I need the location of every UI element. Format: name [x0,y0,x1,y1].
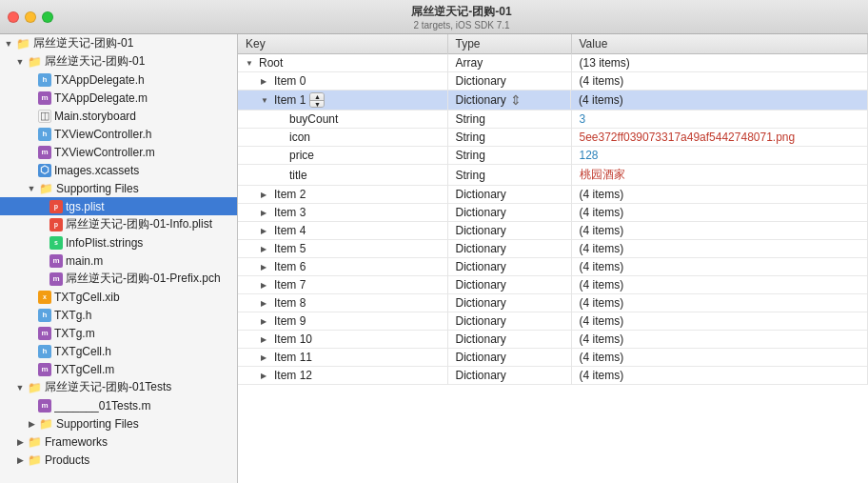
value-cell: (4 items) [571,204,868,222]
sidebar-item-label: 屌丝逆天记-团购-01 [33,35,133,51]
folder-icon [38,416,53,432]
key-cell: price [238,147,447,165]
stepper-down-button[interactable]: ▼ [310,101,324,108]
table-row[interactable]: Item 8 Dictionary (4 items) [238,294,868,312]
sidebar-item-tgs-plist[interactable]: tgs.plist [0,197,237,215]
close-button[interactable] [8,11,19,23]
row-key: Item 7 [274,278,306,292]
sidebar-item-products[interactable]: Products [0,451,237,469]
row-expand-icon[interactable] [261,281,272,290]
column-header-type: Type [447,34,571,54]
value-cell: (4 items) [571,91,868,111]
sidebar-item-sub-group[interactable]: 屌丝逆天记-团购-01 [0,52,237,70]
table-row[interactable]: Item 7 Dictionary (4 items) [238,276,868,294]
key-cell: Item 12 [238,367,447,385]
table-row[interactable]: Item 5 Dictionary (4 items) [238,240,868,258]
row-key: Item 1 [274,93,306,107]
sidebar-item-txtgcell-h[interactable]: TXTgCell.h [0,342,237,360]
key-cell: Item 10 [238,331,447,349]
key-cell: Item 0 [238,72,447,91]
sidebar-item-txviewcontroller-h[interactable]: TXViewController.h [0,125,237,143]
row-expand-icon[interactable] [261,335,272,344]
type-cell: Dictionary [447,367,571,385]
sidebar-item-txtgcell-xib[interactable]: TXTgCell.xib [0,288,237,306]
value-cell: (4 items) [571,258,868,276]
key-cell: Item 3 [238,204,447,222]
sidebar-item-supporting-files[interactable]: Supporting Files [0,179,237,197]
table-row[interactable]: Item 2 Dictionary (4 items) [238,186,868,204]
sidebar-item-label: TXAppDelegate.m [54,91,148,105]
sidebar-item-txtg-h[interactable]: TXTg.h [0,306,237,324]
sidebar-item-prefix-pch[interactable]: 屌丝逆天记-团购-01-Prefix.pch [0,270,237,288]
sidebar-item-tests-supporting[interactable]: Supporting Files [0,414,237,433]
table-row[interactable]: Item 10 Dictionary (4 items) [238,331,868,349]
value-cell: (4 items) [571,186,868,204]
table-row[interactable]: Item 0 Dictionary (4 items) [238,72,868,91]
key-cell: Item 11 [238,349,447,367]
plist-icon [49,218,63,231]
type-cell: String [447,165,571,186]
sidebar-item-tests-m[interactable]: _______01Tests.m [0,396,237,414]
row-expand-icon[interactable] [246,59,257,68]
table-row[interactable]: Item 9 Dictionary (4 items) [238,312,868,331]
folder-icon [27,380,42,395]
xib-icon [38,291,51,304]
row-expand-icon[interactable] [261,372,272,380]
table-row[interactable]: Item 12 Dictionary (4 items) [238,367,868,385]
plist-editor: Key Type Value Root Arra [238,34,868,483]
table-row[interactable]: title String 桃园酒家 [238,165,868,186]
table-row[interactable]: Item 1 ▲ ▼ Dictionary ⇕ (4 items) [238,91,868,111]
table-row[interactable]: price String 128 [238,147,868,165]
row-expand-icon[interactable] [261,263,272,272]
row-expand-icon[interactable] [261,353,272,362]
sidebar-item-txviewcontroller-m[interactable]: TXViewController.m [0,143,237,161]
table-row[interactable]: buyCount String 3 [238,111,868,129]
row-expand-icon[interactable] [261,299,272,308]
table-row[interactable]: Root Array (13 items) [238,54,868,72]
m-icon [49,272,63,286]
m-icon [49,254,63,268]
table-row[interactable]: icon String 5ee372ff039073317a49af544274… [238,129,868,147]
table-row[interactable]: Item 6 Dictionary (4 items) [238,258,868,276]
row-expand-icon[interactable] [261,191,272,199]
row-expand-icon[interactable] [261,245,272,253]
value-cell: (4 items) [571,331,868,349]
sidebar-item-infoplist-strings[interactable]: InfoPlist.strings [0,233,237,252]
key-cell: Item 6 [238,258,447,276]
minimize-button[interactable] [25,11,36,23]
column-header-value: Value [571,34,868,54]
sidebar-item-txappdelegate-h[interactable]: TXAppDelegate.h [0,70,237,89]
sidebar-item-root-group[interactable]: 屌丝逆天记-团购-01 [0,34,237,52]
table-row[interactable]: Item 3 Dictionary (4 items) [238,204,868,222]
maximize-button[interactable] [42,11,53,23]
sidebar-item-main-storyboard[interactable]: Main.storyboard [0,107,237,125]
table-row[interactable]: Item 4 Dictionary (4 items) [238,222,868,240]
sidebar-item-main-m[interactable]: main.m [0,252,237,270]
key-cell: icon [238,129,447,147]
sidebar-item-txtg-m[interactable]: TXTg.m [0,324,237,342]
sidebar-item-images-xcassets[interactable]: Images.xcassets [0,161,237,179]
type-cell: Dictionary [447,294,571,312]
table-row[interactable]: Item 11 Dictionary (4 items) [238,349,868,367]
stepper-up-button[interactable]: ▲ [310,93,324,101]
sidebar-item-txappdelegate-m[interactable]: TXAppDelegate.m [0,89,237,107]
triangle-icon [27,419,36,429]
triangle-icon [27,184,36,193]
row-expand-icon[interactable] [261,227,272,235]
row-expand-icon[interactable] [261,77,272,86]
titlebar-info: 屌丝逆天记-团购-01 2 targets, iOS SDK 7.1 [63,4,860,30]
sidebar-item-tests-group[interactable]: 屌丝逆天记-团购-01Tests [0,378,237,396]
row-key: Item 11 [274,351,312,364]
sidebar-item-txtgcell-m[interactable]: TXTgCell.m [0,360,237,378]
key-cell: Item 1 ▲ ▼ [238,91,447,111]
table-header-row: Key Type Value [238,34,868,54]
key-cell: Item 9 [238,312,447,331]
main-content: 屌丝逆天记-团购-01 屌丝逆天记-团购-01 TXAppDelegate.h … [0,34,868,483]
row-stepper[interactable]: ▲ ▼ [309,92,325,108]
sidebar-item-frameworks[interactable]: Frameworks [0,433,237,451]
type-arrows[interactable]: ⇕ [510,92,522,108]
row-expand-icon[interactable] [261,96,272,105]
row-expand-icon[interactable] [261,209,272,217]
sidebar-item-info-plist[interactable]: 屌丝逆天记-团购-01-Info.plist [0,215,237,233]
row-expand-icon[interactable] [261,317,272,326]
